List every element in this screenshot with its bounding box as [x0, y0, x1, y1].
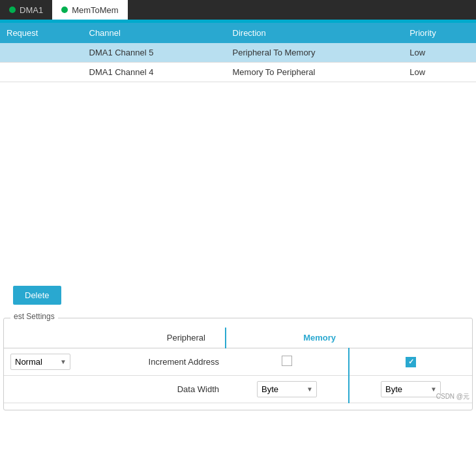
settings-row-datawidth: Data Width Byte Half Word Word ▼ — [4, 376, 472, 403]
tab-memtomem-dot — [61, 7, 68, 13]
tab-memtomem-label: MemToMem — [72, 5, 119, 15]
settings-header-row: Peripheral Memory — [4, 328, 472, 348]
mode-select-wrap[interactable]: Normal Circular ▼ — [10, 354, 70, 370]
col-header-priority: Priority — [403, 23, 476, 43]
peripheral-increment-checkbox[interactable] — [282, 356, 292, 366]
settings-grid: Peripheral Memory Normal Circular ▼ Incr… — [4, 328, 472, 403]
col-header-channel: Channel — [83, 23, 226, 43]
settings-section: est Settings Peripheral Memory Normal Ci… — [3, 318, 473, 410]
col-header-direction: Direction — [226, 23, 404, 43]
tab-dma1-label: DMA1 — [20, 5, 43, 15]
cell-direction-1: Memory To Peripheral — [226, 63, 404, 82]
cell-channel-1: DMA1 Channel 4 — [83, 63, 226, 82]
mode-select-cell: Normal Circular ▼ — [4, 348, 95, 376]
tab-dma1-dot — [9, 7, 16, 13]
tab-dma1[interactable]: DMA1 — [0, 0, 52, 20]
memory-width-cell: Byte Half Word Word ▼ CSDN @元 — [349, 376, 472, 403]
peripheral-width-cell: Byte Half Word Word ▼ — [226, 376, 349, 403]
mode-select[interactable]: Normal Circular — [11, 354, 57, 369]
datawidth-empty-cell — [4, 376, 95, 403]
datawidth-label-cell: Data Width — [95, 376, 226, 403]
delete-button[interactable]: Delete — [13, 286, 61, 305]
delete-button-container: Delete — [0, 278, 476, 313]
peripheral-width-select[interactable]: Byte Half Word Word — [258, 382, 303, 397]
csdn-watermark: CSDN @元 — [436, 392, 469, 401]
col-header-request: Request — [0, 23, 83, 43]
settings-col-memory: Memory — [226, 328, 349, 348]
table-row[interactable]: DMA1 Channel 4 Memory To Peripheral Low — [0, 63, 476, 82]
dma-table-container: Request Channel Direction Priority DMA1 … — [0, 23, 476, 82]
cell-priority-1: Low — [403, 63, 476, 82]
peripheral-check-cell — [226, 348, 349, 376]
cell-priority-0: Low — [403, 43, 476, 63]
tab-memtomem[interactable]: MemToMem — [52, 0, 128, 20]
peripheral-width-select-wrap[interactable]: Byte Half Word Word ▼ — [257, 381, 317, 397]
cell-request-0 — [0, 43, 83, 63]
table-row[interactable]: DMA1 Channel 5 Peripheral To Memory Low — [0, 43, 476, 63]
increment-label: Increment Address — [149, 357, 219, 367]
cell-channel-0: DMA1 Channel 5 — [83, 43, 226, 63]
mode-select-arrow: ▼ — [57, 358, 70, 365]
cell-request-1 — [0, 63, 83, 82]
dma-table: Request Channel Direction Priority DMA1 … — [0, 23, 476, 82]
settings-legend: est Settings — [10, 312, 58, 321]
settings-col-peripheral: Peripheral — [95, 328, 226, 348]
cell-direction-0: Peripheral To Memory — [226, 43, 404, 63]
memory-width-select[interactable]: Byte Half Word Word — [381, 382, 427, 397]
table-header-row: Request Channel Direction Priority — [0, 23, 476, 43]
tabs-bar: DMA1 MemToMem — [0, 0, 476, 20]
memory-check-cell — [349, 348, 472, 376]
datawidth-label: Data Width — [177, 384, 219, 394]
memory-width-select-wrap[interactable]: Byte Half Word Word ▼ — [381, 381, 441, 397]
peripheral-width-arrow: ▼ — [303, 386, 316, 393]
settings-row-increment: Normal Circular ▼ Increment Address — [4, 348, 472, 376]
settings-col-mode — [4, 328, 95, 348]
increment-label-cell: Increment Address — [95, 348, 226, 376]
empty-area — [0, 82, 476, 278]
memory-increment-checkbox[interactable] — [406, 357, 416, 367]
